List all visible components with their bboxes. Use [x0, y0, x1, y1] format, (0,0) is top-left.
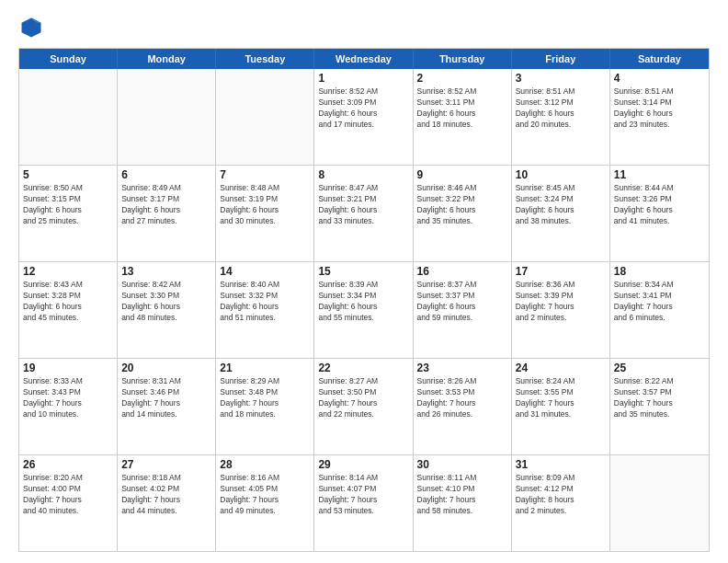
day-cell: 23Sunrise: 8:26 AM Sunset: 3:53 PM Dayli…: [414, 359, 512, 454]
day-cell: 11Sunrise: 8:44 AM Sunset: 3:26 PM Dayli…: [610, 166, 709, 261]
calendar: SundayMondayTuesdayWednesdayThursdayFrid…: [18, 48, 710, 552]
day-number: 12: [23, 265, 113, 278]
day-number: 20: [121, 362, 211, 374]
day-cell: 17Sunrise: 8:36 AM Sunset: 3:39 PM Dayli…: [512, 262, 610, 358]
day-cell: 19Sunrise: 8:33 AM Sunset: 3:43 PM Dayli…: [19, 359, 118, 454]
day-number: 30: [417, 458, 507, 471]
day-cell: 10Sunrise: 8:45 AM Sunset: 3:24 PM Dayli…: [512, 166, 610, 261]
day-header-tuesday: Tuesday: [216, 49, 314, 69]
day-number: 2: [417, 72, 507, 85]
day-info: Sunrise: 8:16 AM Sunset: 4:05 PM Dayligh…: [220, 473, 310, 517]
day-cell: [118, 69, 216, 165]
day-header-saturday: Saturday: [610, 49, 709, 69]
day-number: 25: [614, 362, 705, 374]
day-number: 21: [220, 362, 310, 374]
day-number: 16: [417, 265, 507, 278]
day-info: Sunrise: 8:11 AM Sunset: 4:10 PM Dayligh…: [417, 473, 507, 517]
day-cell: 1Sunrise: 8:52 AM Sunset: 3:09 PM Daylig…: [314, 69, 413, 165]
day-cell: 9Sunrise: 8:46 AM Sunset: 3:22 PM Daylig…: [414, 166, 512, 261]
day-info: Sunrise: 8:31 AM Sunset: 3:46 PM Dayligh…: [121, 376, 211, 420]
day-cell: 14Sunrise: 8:40 AM Sunset: 3:32 PM Dayli…: [216, 262, 314, 358]
day-cell: 7Sunrise: 8:48 AM Sunset: 3:19 PM Daylig…: [216, 166, 314, 261]
day-cell: 15Sunrise: 8:39 AM Sunset: 3:34 PM Dayli…: [314, 262, 413, 358]
day-number: 31: [516, 458, 606, 471]
day-cell: 29Sunrise: 8:14 AM Sunset: 4:07 PM Dayli…: [314, 455, 413, 551]
week-row-4: 19Sunrise: 8:33 AM Sunset: 3:43 PM Dayli…: [19, 359, 709, 455]
day-info: Sunrise: 8:43 AM Sunset: 3:28 PM Dayligh…: [23, 280, 113, 324]
day-number: 7: [220, 168, 310, 181]
day-cell: [610, 455, 709, 551]
day-header-monday: Monday: [118, 49, 216, 69]
day-info: Sunrise: 8:34 AM Sunset: 3:41 PM Dayligh…: [614, 280, 705, 324]
day-number: 18: [614, 265, 705, 278]
day-cell: 3Sunrise: 8:51 AM Sunset: 3:12 PM Daylig…: [512, 69, 610, 165]
day-info: Sunrise: 8:49 AM Sunset: 3:17 PM Dayligh…: [121, 183, 211, 227]
day-cell: [216, 69, 314, 165]
day-header-sunday: Sunday: [19, 49, 118, 69]
day-cell: 25Sunrise: 8:22 AM Sunset: 3:57 PM Dayli…: [610, 359, 709, 454]
day-info: Sunrise: 8:40 AM Sunset: 3:32 PM Dayligh…: [220, 280, 310, 324]
day-cell: 31Sunrise: 8:09 AM Sunset: 4:12 PM Dayli…: [512, 455, 610, 551]
day-info: Sunrise: 8:09 AM Sunset: 4:12 PM Dayligh…: [516, 473, 606, 517]
day-info: Sunrise: 8:37 AM Sunset: 3:37 PM Dayligh…: [417, 280, 507, 324]
day-cell: 8Sunrise: 8:47 AM Sunset: 3:21 PM Daylig…: [314, 166, 413, 261]
day-info: Sunrise: 8:47 AM Sunset: 3:21 PM Dayligh…: [318, 183, 408, 227]
day-info: Sunrise: 8:36 AM Sunset: 3:39 PM Dayligh…: [516, 280, 606, 324]
day-number: 6: [121, 168, 211, 181]
day-number: 29: [318, 458, 408, 471]
day-cell: 26Sunrise: 8:20 AM Sunset: 4:00 PM Dayli…: [19, 455, 118, 551]
day-info: Sunrise: 8:51 AM Sunset: 3:12 PM Dayligh…: [516, 86, 606, 131]
day-info: Sunrise: 8:52 AM Sunset: 3:11 PM Dayligh…: [417, 86, 507, 131]
day-number: 8: [318, 168, 408, 181]
day-number: 24: [516, 362, 606, 374]
day-info: Sunrise: 8:52 AM Sunset: 3:09 PM Dayligh…: [318, 86, 408, 131]
day-number: 28: [220, 458, 310, 471]
day-header-wednesday: Wednesday: [314, 49, 413, 69]
day-number: 17: [516, 265, 606, 278]
day-info: Sunrise: 8:42 AM Sunset: 3:30 PM Dayligh…: [121, 280, 211, 324]
day-info: Sunrise: 8:48 AM Sunset: 3:19 PM Dayligh…: [220, 183, 310, 227]
day-number: 14: [220, 265, 310, 278]
day-number: 3: [516, 72, 606, 85]
day-number: 1: [318, 72, 408, 85]
logo-icon: [18, 15, 44, 40]
day-number: 19: [23, 362, 113, 374]
day-header-thursday: Thursday: [414, 49, 512, 69]
day-cell: 6Sunrise: 8:49 AM Sunset: 3:17 PM Daylig…: [118, 166, 216, 261]
day-info: Sunrise: 8:45 AM Sunset: 3:24 PM Dayligh…: [516, 183, 606, 227]
day-info: Sunrise: 8:51 AM Sunset: 3:14 PM Dayligh…: [614, 86, 705, 131]
week-row-2: 5Sunrise: 8:50 AM Sunset: 3:15 PM Daylig…: [19, 166, 709, 262]
day-info: Sunrise: 8:22 AM Sunset: 3:57 PM Dayligh…: [614, 376, 705, 420]
day-cell: 18Sunrise: 8:34 AM Sunset: 3:41 PM Dayli…: [610, 262, 709, 358]
day-info: Sunrise: 8:39 AM Sunset: 3:34 PM Dayligh…: [318, 280, 408, 324]
day-number: 4: [614, 72, 705, 85]
calendar-grid: 1Sunrise: 8:52 AM Sunset: 3:09 PM Daylig…: [19, 69, 709, 551]
day-number: 11: [614, 168, 705, 181]
day-cell: 27Sunrise: 8:18 AM Sunset: 4:02 PM Dayli…: [118, 455, 216, 551]
day-number: 15: [318, 265, 408, 278]
day-info: Sunrise: 8:27 AM Sunset: 3:50 PM Dayligh…: [318, 376, 408, 420]
day-cell: 2Sunrise: 8:52 AM Sunset: 3:11 PM Daylig…: [414, 69, 512, 165]
day-number: 13: [121, 265, 211, 278]
day-cell: 5Sunrise: 8:50 AM Sunset: 3:15 PM Daylig…: [19, 166, 118, 261]
day-cell: 20Sunrise: 8:31 AM Sunset: 3:46 PM Dayli…: [118, 359, 216, 454]
day-info: Sunrise: 8:46 AM Sunset: 3:22 PM Dayligh…: [417, 183, 507, 227]
day-number: 23: [417, 362, 507, 374]
day-cell: 4Sunrise: 8:51 AM Sunset: 3:14 PM Daylig…: [610, 69, 709, 165]
week-row-5: 26Sunrise: 8:20 AM Sunset: 4:00 PM Dayli…: [19, 455, 709, 551]
day-info: Sunrise: 8:24 AM Sunset: 3:55 PM Dayligh…: [516, 376, 606, 420]
day-cell: 30Sunrise: 8:11 AM Sunset: 4:10 PM Dayli…: [414, 455, 512, 551]
day-info: Sunrise: 8:29 AM Sunset: 3:48 PM Dayligh…: [220, 376, 310, 420]
day-header-friday: Friday: [512, 49, 610, 69]
day-number: 26: [23, 458, 113, 471]
day-info: Sunrise: 8:26 AM Sunset: 3:53 PM Dayligh…: [417, 376, 507, 420]
day-number: 10: [516, 168, 606, 181]
day-info: Sunrise: 8:44 AM Sunset: 3:26 PM Dayligh…: [614, 183, 705, 227]
day-cell: 28Sunrise: 8:16 AM Sunset: 4:05 PM Dayli…: [216, 455, 314, 551]
day-info: Sunrise: 8:50 AM Sunset: 3:15 PM Dayligh…: [23, 183, 113, 227]
page-header: [18, 15, 710, 40]
day-cell: 16Sunrise: 8:37 AM Sunset: 3:37 PM Dayli…: [414, 262, 512, 358]
day-cell: 21Sunrise: 8:29 AM Sunset: 3:48 PM Dayli…: [216, 359, 314, 454]
calendar-page: SundayMondayTuesdayWednesdayThursdayFrid…: [0, 0, 728, 563]
day-cell: [19, 69, 118, 165]
